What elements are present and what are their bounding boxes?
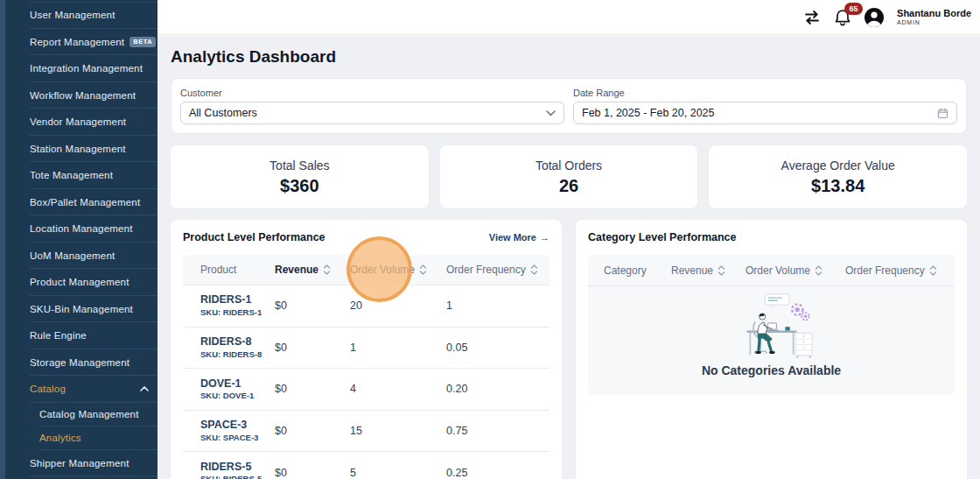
column-header-order-volume[interactable]: Order Volume <box>350 264 446 276</box>
sidebar-item-label: Shipper Management <box>30 458 130 468</box>
sidebar-item-label: Catalog <box>30 384 66 394</box>
table-row: RIDERS-8SKU: RIDERS-8 $0 1 0.05 <box>183 327 550 369</box>
sidebar-item-user-management[interactable]: User Management <box>0 2 158 29</box>
date-range-value: Feb 1, 2025 - Feb 20, 2025 <box>582 107 715 119</box>
chevron-up-icon <box>140 386 149 391</box>
sidebar: User Management Report ManagementBETA In… <box>0 0 158 479</box>
sidebar-item-label: Product Management <box>30 277 130 287</box>
product-cell: SPACE-3SKU: SPACE-3 <box>200 419 275 443</box>
sidebar-item-box-pallet-management[interactable]: Box/Pallet Management <box>0 189 158 216</box>
sort-icon <box>530 264 538 276</box>
sidebar-item-integration-management[interactable]: Integration Management <box>0 55 158 82</box>
column-header-product: Product <box>200 264 275 276</box>
stat-value: $360 <box>280 176 319 196</box>
sidebar-item-uom-management[interactable]: UoM Management <box>0 243 158 270</box>
page-title: Analytics Dashboard <box>171 46 967 67</box>
sidebar-item-label: UoM Management <box>30 250 115 261</box>
transfer-arrows-button[interactable] <box>802 9 822 26</box>
category-panel-title: Category Level Performance <box>588 231 737 243</box>
sidebar-item-label: Vendor Management <box>30 116 126 127</box>
stat-value: 26 <box>559 176 578 196</box>
sidebar-item-workflow-management[interactable]: Workflow Management <box>0 82 158 109</box>
table-row: SPACE-3SKU: SPACE-3 $0 15 0.75 <box>183 410 550 452</box>
notifications-button[interactable]: 65 <box>834 8 851 27</box>
revenue-cell: $0 <box>275 299 350 312</box>
sidebar-item-product-management[interactable]: Product Management <box>0 269 158 296</box>
user-role: ADMIN <box>897 19 971 26</box>
table-row: RIDERS-5SKU: RIDERS-5 $0 5 0.25 <box>183 451 550 479</box>
sidebar-item-label: User Management <box>30 10 116 20</box>
date-range-input[interactable]: Feb 1, 2025 - Feb 20, 2025 <box>573 102 957 124</box>
arrow-right-icon: → <box>540 232 550 243</box>
sidebar-item-label: Catalog Management <box>39 409 139 419</box>
table-row: DOVE-1SKU: DOVE-1 $0 4 0.20 <box>183 368 550 410</box>
sidebar-item-label: Report Management <box>30 37 124 47</box>
sidebar-item-tote-management[interactable]: Tote Management <box>0 162 158 189</box>
sort-icon <box>718 264 725 277</box>
empty-state-illustration <box>728 292 816 360</box>
sidebar-item-vendor-management[interactable]: Vendor Management <box>0 109 158 136</box>
column-header-revenue[interactable]: Revenue <box>275 264 350 276</box>
customer-label: Customer <box>180 88 564 98</box>
sidebar-item-label: Tote Management <box>30 170 113 180</box>
sidebar-item-label: Station Management <box>30 144 126 154</box>
sidebar-item-station-management[interactable]: Station Management <box>0 136 158 163</box>
category-table: Category Revenue Order Volume Order Freq… <box>588 255 955 395</box>
category-table-header: Category Revenue Order Volume Order Freq… <box>588 255 955 286</box>
product-panel-title: Product Level Performance <box>183 231 326 243</box>
performance-panels: Product Level Performance View More → Pr… <box>171 220 967 479</box>
sidebar-nav: User Management Report ManagementBETA In… <box>0 2 158 476</box>
product-panel-header: Product Level Performance View More → <box>183 230 550 244</box>
filters-panel: Customer All Customers Date Range Feb 1,… <box>171 78 967 134</box>
sidebar-item-label: Analytics <box>39 433 81 443</box>
product-cell: RIDERS-8SKU: RIDERS-8 <box>200 335 275 360</box>
order-volume-cell: 5 <box>350 467 446 479</box>
sidebar-item-catalog[interactable]: Catalog <box>0 376 158 403</box>
sort-icon <box>323 264 331 276</box>
sidebar-item-sku-bin-management[interactable]: SKU-Bin Management <box>0 296 158 323</box>
stat-label: Total Orders <box>536 158 602 173</box>
order-volume-cell: 20 <box>350 299 446 312</box>
column-header-order-volume[interactable]: Order Volume <box>746 264 845 277</box>
sidebar-item-label: Integration Management <box>30 63 143 74</box>
order-frequency-cell: 0.20 <box>446 383 550 395</box>
order-volume-cell: 1 <box>350 342 446 354</box>
empty-state-text: No Categories Available <box>702 363 841 377</box>
order-frequency-cell: 0.75 <box>446 425 550 437</box>
chevron-down-icon <box>546 110 556 116</box>
column-header-revenue[interactable]: Revenue <box>671 264 746 277</box>
sidebar-item-report-management[interactable]: Report ManagementBETA <box>0 29 158 56</box>
sidebar-item-label: Box/Pallet Management <box>30 197 140 208</box>
product-table: Product Revenue Order Volume Order Frequ… <box>183 255 550 479</box>
customer-select[interactable]: All Customers <box>180 102 564 124</box>
main-content: Analytics Dashboard Customer All Custome… <box>158 36 980 479</box>
revenue-cell: $0 <box>275 342 350 354</box>
customer-value: All Customers <box>189 107 257 119</box>
product-table-header: Product Revenue Order Volume Order Frequ… <box>183 255 550 285</box>
sidebar-item-shipper-management[interactable]: Shipper Management <box>0 450 158 477</box>
column-header-order-frequency[interactable]: Order Frequency <box>845 264 955 277</box>
sidebar-item-label: Location Management <box>30 223 133 234</box>
sidebar-item-storage-management[interactable]: Storage Management <box>0 349 158 377</box>
date-range-filter: Date Range Feb 1, 2025 - Feb 20, 2025 <box>573 88 957 124</box>
calendar-icon <box>937 108 948 119</box>
user-menu[interactable]: Shantanu Borde ADMIN <box>897 8 971 27</box>
order-volume-cell: 4 <box>350 383 446 395</box>
sidebar-item-location-management[interactable]: Location Management <box>0 215 158 243</box>
avatar-icon <box>864 7 885 28</box>
view-more-link[interactable]: View More → <box>489 232 550 243</box>
sidebar-item-rule-engine[interactable]: Rule Engine <box>0 322 158 349</box>
user-avatar[interactable] <box>864 7 885 28</box>
stat-value: $13.84 <box>811 176 864 196</box>
column-header-order-frequency[interactable]: Order Frequency <box>446 264 550 276</box>
sidebar-item-analytics[interactable]: Analytics <box>0 426 158 450</box>
order-volume-cell: 15 <box>350 425 446 437</box>
product-cell: RIDERS-1SKU: RIDERS-1 <box>200 293 275 318</box>
stat-label: Total Sales <box>270 158 329 173</box>
sidebar-item-catalog-management[interactable]: Catalog Management <box>0 403 158 426</box>
stat-card-total-sales: Total Sales $360 <box>171 145 429 208</box>
sort-icon <box>419 264 427 276</box>
revenue-cell: $0 <box>275 383 350 395</box>
beta-badge: BETA <box>130 37 156 47</box>
revenue-cell: $0 <box>275 467 350 479</box>
